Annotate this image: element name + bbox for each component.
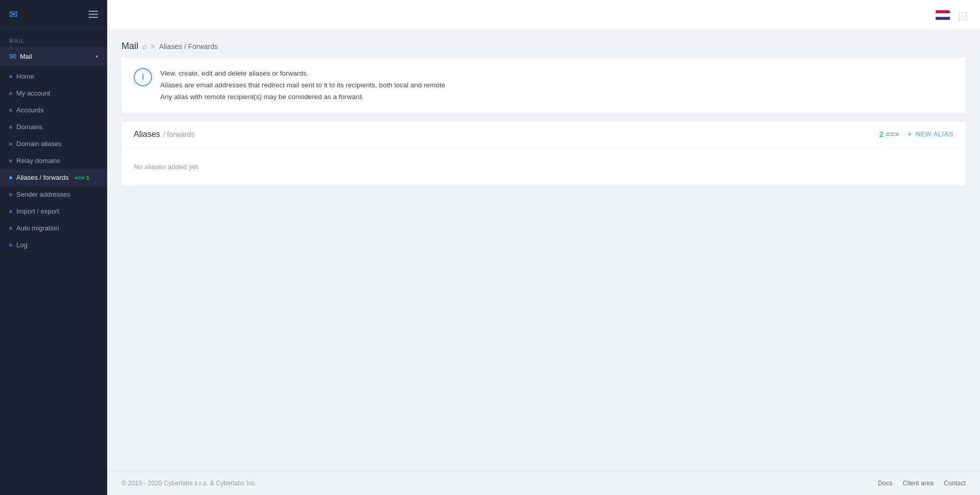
sidebar-item-label: My account bbox=[16, 89, 50, 97]
sidebar: ✉ MAIL ✉ Mail ▾ Home My account bbox=[0, 0, 107, 495]
footer-links: Docs Client area Contact bbox=[878, 480, 966, 487]
aliases-card: Aliases / forwards 2 ==> + NEW ALIAS No … bbox=[121, 122, 966, 186]
sidebar-item-log[interactable]: Log bbox=[0, 237, 107, 253]
aliases-card-header: Aliases / forwards 2 ==> + NEW ALIAS bbox=[121, 122, 966, 148]
dot-icon bbox=[9, 75, 12, 78]
aliases-counter: 2 ==> bbox=[879, 130, 899, 138]
dot-icon bbox=[9, 126, 12, 129]
dot-icon bbox=[9, 210, 12, 213]
info-icon: i bbox=[134, 68, 152, 86]
sidebar-item-domains[interactable]: Domains bbox=[0, 119, 107, 135]
language-flag[interactable] bbox=[936, 10, 950, 20]
dot-icon bbox=[9, 176, 12, 179]
sidebar-section-label: MAIL bbox=[0, 29, 107, 47]
sidebar-item-mail[interactable]: ✉ Mail ▾ bbox=[0, 47, 107, 66]
page-header: Mail ⌂ > Aliases / Forwards bbox=[107, 31, 980, 58]
footer-link-client-area[interactable]: Client area bbox=[902, 480, 933, 487]
sidebar-item-label: Sender addresses bbox=[16, 191, 70, 198]
footer-link-docs[interactable]: Docs bbox=[878, 480, 892, 487]
main-content: ⬚ Mail ⌂ > Aliases / Forwards i View, cr… bbox=[107, 0, 980, 495]
sidebar-item-home[interactable]: Home bbox=[0, 68, 107, 85]
dot-icon bbox=[9, 109, 12, 112]
aliases-card-body: No aliases added yet bbox=[121, 148, 966, 186]
sidebar-header: ✉ bbox=[0, 0, 107, 29]
aliases-badge: <== 1 bbox=[75, 175, 89, 181]
aliases-subtitle: / forwards bbox=[163, 130, 194, 138]
aliases-card-actions: 2 ==> + NEW ALIAS bbox=[879, 130, 953, 139]
page-title: Mail bbox=[121, 41, 138, 52]
mail-logo-icon: ✉ bbox=[9, 8, 18, 20]
breadcrumb-current: Aliases / Forwards bbox=[159, 42, 218, 51]
sidebar-mail-label: Mail bbox=[20, 53, 32, 60]
info-line2: Aliases are email addresses that redirec… bbox=[160, 80, 445, 91]
aliases-card-title: Aliases / forwards bbox=[134, 130, 194, 139]
sidebar-item-label: Accounts bbox=[16, 106, 43, 114]
sidebar-item-my-account[interactable]: My account bbox=[0, 85, 107, 102]
new-alias-button[interactable]: + NEW ALIAS bbox=[908, 130, 953, 139]
dot-icon bbox=[9, 244, 12, 247]
dot-icon bbox=[9, 92, 12, 95]
breadcrumb-separator: > bbox=[151, 42, 155, 51]
footer-copyright: © 2015 - 2020 Cyberlabs s.r.o. & Cyberla… bbox=[121, 480, 257, 487]
plus-icon: + bbox=[908, 130, 913, 139]
sidebar-item-label: Auto migration bbox=[16, 224, 59, 232]
sidebar-item-relay-domains[interactable]: Relay domains bbox=[0, 152, 107, 169]
sidebar-item-label: Home bbox=[16, 73, 34, 80]
info-text: View, create, edit and delete aliases or… bbox=[160, 68, 445, 103]
aliases-title-text: Aliases bbox=[134, 130, 160, 139]
sidebar-menu: Home My account Accounts Domains Domain … bbox=[0, 66, 107, 255]
dot-icon bbox=[9, 159, 12, 162]
footer-link-contact[interactable]: Contact bbox=[944, 480, 966, 487]
info-line3: Any alias with remote recipient(s) may b… bbox=[160, 91, 445, 103]
content-area: i View, create, edit and delete aliases … bbox=[107, 58, 980, 471]
sidebar-item-label: Log bbox=[16, 241, 28, 249]
topbar: ⬚ bbox=[107, 0, 980, 31]
home-icon[interactable]: ⌂ bbox=[142, 42, 146, 51]
sidebar-item-auto-migration[interactable]: Auto migration bbox=[0, 220, 107, 237]
dot-icon bbox=[9, 227, 12, 230]
sidebar-item-label: Domain aliases bbox=[16, 140, 62, 148]
mail-icon: ✉ bbox=[9, 52, 16, 61]
dot-icon bbox=[9, 143, 12, 146]
sidebar-item-label: Aliases / forwards bbox=[16, 174, 69, 181]
chevron-down-icon: ▾ bbox=[95, 54, 98, 59]
hamburger-menu[interactable] bbox=[89, 11, 98, 18]
logout-icon[interactable]: ⬚ bbox=[958, 9, 968, 21]
sidebar-item-import-export[interactable]: Import / export bbox=[0, 203, 107, 220]
footer: © 2015 - 2020 Cyberlabs s.r.o. & Cyberla… bbox=[107, 471, 980, 495]
sidebar-item-accounts[interactable]: Accounts bbox=[0, 102, 107, 119]
info-card: i View, create, edit and delete aliases … bbox=[121, 58, 966, 113]
dot-icon bbox=[9, 193, 12, 196]
sidebar-item-sender-addresses[interactable]: Sender addresses bbox=[0, 186, 107, 203]
sidebar-item-label: Import / export bbox=[16, 207, 59, 215]
info-line1: View, create, edit and delete aliases or… bbox=[160, 68, 445, 80]
aliases-empty-message: No aliases added yet bbox=[134, 163, 198, 171]
sidebar-item-domain-aliases[interactable]: Domain aliases bbox=[0, 135, 107, 152]
sidebar-item-label: Domains bbox=[16, 123, 42, 131]
new-alias-label: NEW ALIAS bbox=[915, 130, 953, 138]
sidebar-item-aliases-forwards[interactable]: Aliases / forwards <== 1 bbox=[0, 169, 107, 186]
sidebar-item-label: Relay domains bbox=[16, 157, 60, 164]
